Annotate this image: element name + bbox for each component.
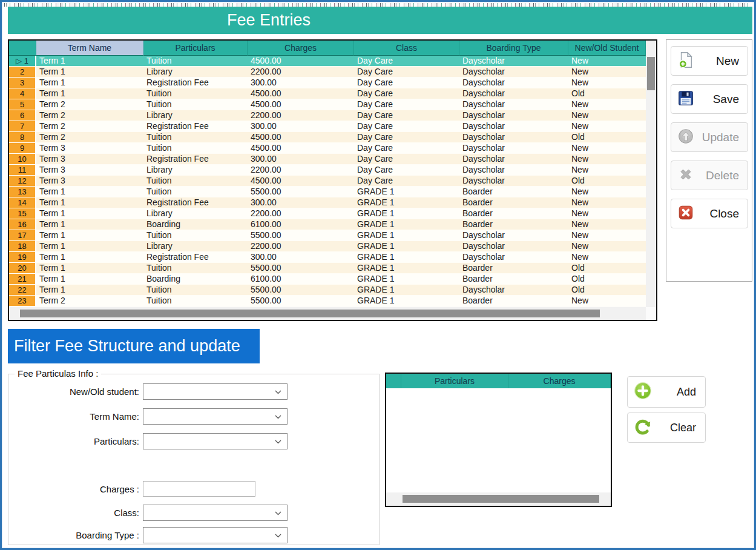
delete-button[interactable]: Delete	[671, 161, 748, 190]
table-row[interactable]: 15Term 1Library2200.00GRADE 1BoarderNew	[9, 208, 646, 219]
column-header-particulars[interactable]: Particulars	[143, 41, 248, 56]
mini-column-header-charges[interactable]: Charges	[508, 374, 611, 388]
grid-cell-status[interactable]: Old	[568, 132, 646, 143]
column-header-new-old-student[interactable]: New/Old Student	[568, 41, 646, 56]
grid-cell-class[interactable]: GRADE 1	[354, 208, 459, 219]
grid-cell-term[interactable]: Term 3	[36, 143, 143, 154]
grid-cell-particulars[interactable]: Registration Fee	[143, 252, 248, 263]
grid-cell-status[interactable]: New	[568, 197, 646, 208]
update-button[interactable]: Update	[671, 122, 748, 152]
row-header[interactable]: 8	[9, 132, 36, 143]
grid-cell-term[interactable]: Term 1	[36, 252, 143, 263]
grid-cell-status[interactable]: New	[568, 208, 646, 219]
grid-cell-status[interactable]: New	[568, 154, 646, 165]
grid-cell-particulars[interactable]: Library	[143, 67, 248, 78]
grid-cell-charges[interactable]: 5500.00	[248, 187, 354, 197]
grid-cell-charges[interactable]: 300.00	[248, 197, 354, 208]
row-header[interactable]: 19	[9, 252, 36, 263]
grid-cell-class[interactable]: Day Care	[354, 99, 459, 110]
table-row[interactable]: 12Term 3Tuition4500.00Day CareDayscholar…	[9, 176, 646, 187]
grid-cell-boarding[interactable]: Dayscholar	[459, 252, 568, 263]
grid-cell-status[interactable]: New	[568, 78, 646, 88]
grid-cell-charges[interactable]: 5500.00	[248, 285, 354, 296]
grid-cell-term[interactable]: Term 2	[36, 132, 143, 143]
grid-cell-term[interactable]: Term 1	[36, 78, 143, 88]
boarding-type-select[interactable]	[143, 527, 288, 543]
grid-cell-boarding[interactable]: Dayscholar	[459, 154, 568, 165]
row-header[interactable]: 9	[9, 143, 36, 154]
table-row[interactable]: 21Term 1Boarding6100.00GRADE 1BoarderOld	[9, 274, 646, 285]
row-header[interactable]: 14	[9, 197, 36, 208]
grid-cell-boarding[interactable]: Dayscholar	[459, 78, 568, 88]
grid-cell-charges[interactable]: 4500.00	[248, 143, 354, 154]
clear-button[interactable]: Clear	[627, 413, 706, 443]
horizontal-scrollbar[interactable]	[9, 307, 646, 320]
grid-cell-particulars[interactable]: Tuition	[143, 143, 248, 154]
table-row[interactable]: 3Term 1Registration Fee300.00Day CareDay…	[9, 78, 646, 88]
grid-cell-term[interactable]: Term 1	[36, 208, 143, 219]
grid-cell-term[interactable]: Term 3	[36, 154, 143, 165]
mini-column-header-particulars[interactable]: Particulars	[401, 374, 508, 388]
grid-cell-status[interactable]: Old	[568, 263, 646, 274]
grid-cell-term[interactable]: Term 3	[36, 165, 143, 176]
grid-cell-class[interactable]: GRADE 1	[354, 274, 459, 285]
grid-cell-charges[interactable]: 300.00	[248, 78, 354, 88]
grid-cell-class[interactable]: Day Care	[354, 110, 459, 121]
row-header[interactable]: 22	[9, 285, 36, 296]
grid-cell-class[interactable]: GRADE 1	[354, 263, 459, 274]
grid-cell-status[interactable]: Old	[568, 176, 646, 187]
table-row[interactable]: 10Term 3Registration Fee300.00Day CareDa…	[9, 154, 646, 165]
grid-cell-class[interactable]: GRADE 1	[354, 219, 459, 230]
table-row[interactable]: 16Term 1Boarding6100.00GRADE 1BoarderNew	[9, 219, 646, 230]
grid-cell-particulars[interactable]: Tuition	[143, 230, 248, 241]
grid-cell-charges[interactable]: 5500.00	[248, 296, 354, 306]
grid-cell-term[interactable]: Term 1	[36, 67, 143, 78]
table-row[interactable]: 11Term 3Library2200.00Day CareDayscholar…	[9, 165, 646, 176]
grid-cell-term[interactable]: Term 1	[36, 187, 143, 197]
grid-cell-charges[interactable]: 2200.00	[248, 165, 354, 176]
grid-cell-boarding[interactable]: Dayscholar	[459, 165, 568, 176]
grid-cell-particulars[interactable]: Tuition	[143, 132, 248, 143]
term-name-select[interactable]	[143, 408, 288, 425]
grid-cell-status[interactable]: Old	[568, 88, 646, 99]
grid-cell-boarding[interactable]: Dayscholar	[459, 230, 568, 241]
table-row[interactable]: 9Term 3Tuition4500.00Day CareDayscholarN…	[9, 143, 646, 154]
grid-cell-particulars[interactable]: Tuition	[143, 296, 248, 306]
table-row[interactable]: 13Term 1Tuition5500.00GRADE 1BoarderNew	[9, 187, 646, 197]
grid-cell-charges[interactable]: 5500.00	[248, 230, 354, 241]
grid-cell-status[interactable]: New	[568, 296, 646, 306]
grid-cell-class[interactable]: Day Care	[354, 121, 459, 132]
row-header[interactable]: 23	[9, 296, 36, 306]
grid-cell-particulars[interactable]: Registration Fee	[143, 154, 248, 165]
grid-cell-boarding[interactable]: Dayscholar	[459, 143, 568, 154]
grid-cell-status[interactable]: New	[568, 219, 646, 230]
grid-cell-boarding[interactable]: Boarder	[459, 197, 568, 208]
grid-cell-charges[interactable]: 6100.00	[248, 274, 354, 285]
row-header[interactable]: 17	[9, 230, 36, 241]
grid-cell-charges[interactable]: 4500.00	[248, 176, 354, 187]
grid-cell-particulars[interactable]: Registration Fee	[143, 197, 248, 208]
grid-cell-term[interactable]: Term 1	[36, 88, 143, 99]
row-header[interactable]: 2	[9, 67, 36, 78]
grid-cell-term[interactable]: Term 1	[36, 263, 143, 274]
grid-cell-term[interactable]: Term 3	[36, 176, 143, 187]
grid-cell-term[interactable]: Term 2	[36, 296, 143, 306]
mini-horizontal-scrollbar-thumb[interactable]	[403, 495, 599, 503]
grid-cell-status[interactable]: New	[568, 99, 646, 110]
grid-cell-status[interactable]: Old	[568, 274, 646, 285]
class-select[interactable]	[143, 505, 288, 521]
grid-cell-class[interactable]: Day Care	[354, 56, 459, 67]
row-header[interactable]: 21	[9, 274, 36, 285]
grid-cell-particulars[interactable]: Library	[143, 241, 248, 252]
row-header[interactable]: 3	[9, 78, 36, 88]
grid-cell-particulars[interactable]: Tuition	[143, 88, 248, 99]
grid-cell-class[interactable]: Day Care	[354, 154, 459, 165]
grid-cell-particulars[interactable]: Library	[143, 208, 248, 219]
grid-cell-boarding[interactable]: Boarder	[459, 187, 568, 197]
charges-input[interactable]	[143, 481, 255, 497]
grid-cell-boarding[interactable]: Dayscholar	[459, 67, 568, 78]
save-button[interactable]: Save	[671, 84, 748, 114]
grid-cell-charges[interactable]: 4500.00	[248, 99, 354, 110]
grid-cell-status[interactable]: New	[568, 110, 646, 121]
grid-cell-status[interactable]: New	[568, 252, 646, 263]
